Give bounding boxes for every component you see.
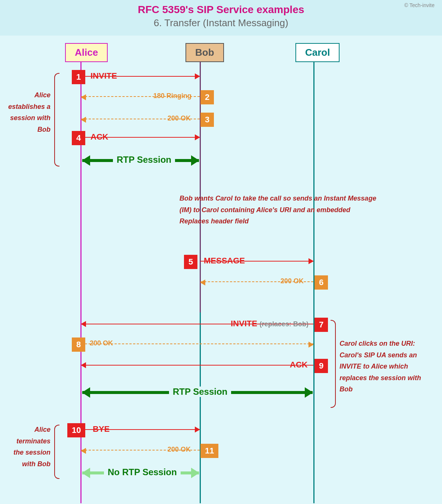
step-7-badge: 7 [314, 318, 328, 332]
lifeline-bob-lower [200, 312, 201, 503]
actor-carol: Carol [295, 43, 340, 62]
note-alice-establishes: Alice establishes a session with Bob [7, 89, 50, 135]
step-9-label: ACK [290, 360, 308, 370]
step-7-label: INVITE (replaces: Bob) [231, 319, 309, 329]
step-3-label: 200 OK [168, 114, 191, 122]
step-1-badge: 1 [72, 70, 85, 84]
rtp-session-ac-label: RTP Session [169, 387, 231, 397]
step-10-label: BYE [93, 424, 110, 434]
brace-note-c [331, 320, 336, 408]
step-2-label: 180 Ringing [153, 92, 191, 100]
step-6-badge: 6 [314, 275, 328, 290]
step-6-label: 200 OK [280, 277, 304, 285]
step-5-label: MESSAGE [204, 256, 245, 266]
sequence-diagram: Alice Bob Carol 1 INVITE 2 180 Ringing 3… [0, 36, 442, 504]
step-4-badge: 4 [72, 131, 85, 145]
step-9-badge: 9 [314, 359, 328, 373]
step-2-badge: 2 [200, 90, 214, 104]
step-5-badge: 5 [184, 255, 197, 269]
note-carol-invite: Carol clicks on the URI: Carol's SIP UA … [340, 338, 432, 395]
page-subtitle: 6. Transfer (Instant Messaging) [0, 17, 442, 29]
page-title: RFC 5359's SIP Service examples [0, 4, 442, 16]
step-8-label: 200 OK [90, 339, 113, 347]
step-8-badge: 8 [72, 337, 85, 352]
copyright-text: © Tech-invite [404, 2, 435, 8]
step-4-label: ACK [90, 132, 108, 142]
step-3-badge: 3 [200, 113, 214, 127]
actor-alice: Alice [65, 43, 108, 62]
step-10-badge: 10 [67, 423, 85, 437]
actor-bob: Bob [185, 43, 224, 62]
brace-note-a [54, 73, 59, 167]
step-1-label: INVITE [90, 71, 117, 81]
step-7-invite: INVITE [231, 319, 257, 328]
header-bar: RFC 5359's SIP Service examples 6. Trans… [0, 0, 442, 36]
brace-note-d [54, 425, 59, 479]
rtp-session-ab-label: RTP Session [113, 155, 175, 165]
step-7-extra: (replaces: Bob) [260, 320, 309, 328]
note-alice-terminates: Alice terminates the session with Bob [7, 424, 50, 470]
step-11-label: 200 OK [168, 446, 191, 453]
note-bob-sends-im: Bob wants Carol to take the call so send… [179, 193, 378, 227]
no-rtp-label: No RTP Session [104, 467, 181, 477]
step-11-badge: 11 [200, 444, 218, 458]
arrow-200ok-8 [81, 343, 313, 344]
arrow-ack-9 [81, 365, 313, 366]
